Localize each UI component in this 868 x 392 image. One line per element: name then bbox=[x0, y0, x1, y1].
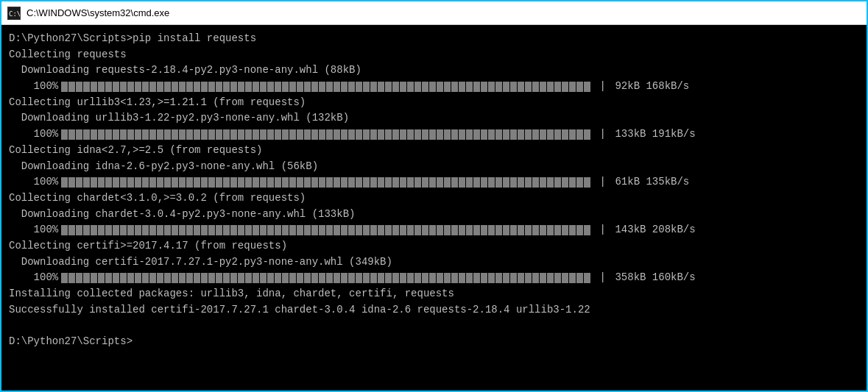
progress-cell bbox=[481, 82, 487, 92]
progress-cell bbox=[444, 129, 451, 140]
progress-cell bbox=[61, 129, 68, 140]
progress-cell bbox=[61, 273, 68, 283]
progress-cell bbox=[83, 129, 90, 140]
progress-cell bbox=[473, 273, 480, 283]
progress-cell bbox=[503, 82, 509, 92]
progress-cell bbox=[488, 177, 495, 188]
progress-cell bbox=[120, 129, 127, 140]
progress-cell bbox=[334, 225, 340, 235]
progress-cell bbox=[253, 82, 259, 92]
progress-cell bbox=[503, 225, 509, 235]
progress-cell bbox=[392, 177, 399, 188]
progress-cell bbox=[429, 177, 436, 188]
progress-cell bbox=[238, 225, 244, 235]
progress-cell bbox=[135, 129, 141, 140]
progress-cell bbox=[540, 273, 546, 283]
progress-cell bbox=[334, 129, 340, 140]
progress-cell bbox=[113, 225, 119, 235]
progress-cell bbox=[554, 177, 561, 188]
progress-cell bbox=[459, 129, 465, 140]
terminal-line-blank bbox=[9, 318, 859, 334]
progress-cell bbox=[334, 177, 340, 188]
progress-cell bbox=[319, 82, 325, 92]
progress-cell bbox=[208, 273, 215, 283]
progress-cell bbox=[400, 225, 406, 235]
progress-cell bbox=[179, 177, 186, 188]
progress-cell bbox=[260, 273, 267, 283]
progress-cell bbox=[282, 225, 289, 235]
progress-cell bbox=[194, 225, 200, 235]
progress-cell bbox=[576, 177, 583, 188]
progress-cell bbox=[495, 177, 502, 188]
progress-cell bbox=[510, 177, 517, 188]
progress-cell bbox=[260, 129, 267, 140]
progress-cell bbox=[253, 177, 259, 188]
progress-cell bbox=[356, 82, 362, 92]
progress-cell bbox=[341, 177, 347, 188]
progress-cell bbox=[540, 129, 546, 140]
progress-cell bbox=[297, 129, 303, 140]
progress-cell bbox=[311, 177, 318, 188]
progress-cell bbox=[208, 82, 215, 92]
progress-cell bbox=[282, 82, 289, 92]
progress-cell bbox=[370, 177, 377, 188]
progress-cell bbox=[186, 82, 193, 92]
progress-cell bbox=[459, 177, 465, 188]
terminal-line-prompt1: D:\Python27\Scripts>pip install requests bbox=[9, 31, 859, 47]
progress-cell bbox=[238, 177, 244, 188]
progress-cell bbox=[488, 129, 495, 140]
progress-cell bbox=[488, 82, 495, 92]
progress-cell bbox=[304, 273, 311, 283]
progress-cell bbox=[503, 273, 509, 283]
progress-row-5: 100% | 358kB 160kB/s bbox=[9, 270, 859, 286]
progress-cell bbox=[289, 225, 296, 235]
progress-cell bbox=[348, 273, 355, 283]
progress-cell bbox=[378, 129, 384, 140]
progress-cell bbox=[260, 177, 267, 188]
progress-cell bbox=[142, 225, 149, 235]
progress-cell bbox=[326, 273, 333, 283]
progress-row-4: 100% | 143kB 208kB/s bbox=[9, 222, 859, 238]
progress-cell bbox=[142, 177, 149, 188]
svg-text:C:\: C:\ bbox=[9, 10, 20, 18]
terminal-line-dl-chardet: Downloading chardet-3.0.4-py2.py3-none-a… bbox=[9, 207, 859, 223]
progress-cell bbox=[223, 82, 230, 92]
progress-cell bbox=[245, 82, 252, 92]
progress-cell bbox=[510, 129, 517, 140]
progress-cell bbox=[422, 177, 428, 188]
progress-cell bbox=[149, 273, 156, 283]
progress-cell bbox=[83, 177, 90, 188]
progress-cell bbox=[341, 273, 347, 283]
progress-cell bbox=[385, 82, 392, 92]
terminal-line-dl-certifi: Downloading certifi-2017.7.27.1-py2.py3-… bbox=[9, 254, 859, 271]
terminal-body[interactable]: D:\Python27\Scripts>pip install requests… bbox=[1, 25, 867, 391]
progress-cell bbox=[267, 273, 274, 283]
progress-cell bbox=[149, 82, 156, 92]
progress-cell bbox=[518, 129, 524, 140]
progress-cell bbox=[466, 177, 473, 188]
progress-cell bbox=[216, 82, 222, 92]
progress-cell bbox=[297, 225, 303, 235]
progress-cell bbox=[113, 273, 119, 283]
progress-cell bbox=[584, 82, 590, 92]
progress-cell bbox=[275, 129, 281, 140]
progress-cell bbox=[186, 273, 193, 283]
progress-cell bbox=[584, 225, 590, 235]
progress-cell bbox=[407, 129, 414, 140]
progress-cell bbox=[275, 82, 281, 92]
progress-cell bbox=[385, 177, 392, 188]
progress-cell bbox=[488, 273, 495, 283]
progress-cell bbox=[208, 129, 215, 140]
progress-cell bbox=[253, 273, 259, 283]
progress-cell bbox=[495, 225, 502, 235]
progress-cell bbox=[378, 177, 384, 188]
progress-cell bbox=[363, 273, 370, 283]
progress-cell bbox=[341, 82, 347, 92]
progress-cell bbox=[569, 129, 576, 140]
progress-cell bbox=[186, 177, 193, 188]
progress-cell bbox=[135, 225, 141, 235]
progress-cell bbox=[525, 273, 532, 283]
progress-cell bbox=[157, 82, 163, 92]
progress-cell bbox=[208, 177, 215, 188]
progress-cell bbox=[407, 177, 414, 188]
